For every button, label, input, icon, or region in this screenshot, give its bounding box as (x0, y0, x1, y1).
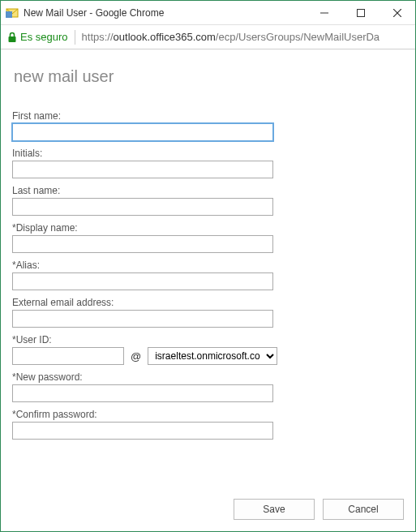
new-password-input[interactable] (12, 384, 273, 402)
user-id-label: *User ID: (12, 334, 404, 345)
svg-rect-1 (6, 11, 12, 18)
address-bar: Es seguro https://outlook.office365.com/… (1, 25, 415, 49)
minimize-button[interactable] (306, 1, 342, 24)
maximize-button[interactable] (342, 1, 379, 24)
at-symbol: @ (131, 350, 141, 363)
alias-input[interactable] (12, 272, 273, 290)
window-title: New Mail User - Google Chrome (24, 7, 306, 19)
display-name-input[interactable] (12, 235, 273, 253)
lock-icon (7, 32, 17, 43)
url-domain: outlook.office365.com (114, 31, 216, 43)
mail-app-icon (6, 6, 19, 19)
domain-select[interactable]: israeltest.onmicrosoft.co (148, 347, 277, 365)
last-name-input[interactable] (12, 198, 273, 216)
page-content: new mail user First name: Initials: Last… (1, 49, 415, 531)
window-controls (306, 1, 415, 24)
confirm-password-label: *Confirm password: (12, 409, 404, 420)
close-button[interactable] (379, 1, 415, 24)
address-divider (75, 30, 75, 45)
display-name-label: *Display name: (12, 222, 404, 234)
external-email-label: External email address: (12, 297, 404, 308)
svg-rect-3 (357, 9, 364, 16)
url-prefix: https:// (82, 31, 114, 43)
button-row: Save Cancel (234, 499, 404, 520)
initials-input[interactable] (12, 161, 273, 178)
chrome-window: New Mail User - Google Chrome Es seguro … (0, 0, 416, 532)
cancel-button[interactable]: Cancel (323, 499, 404, 520)
initials-label: Initials: (12, 148, 404, 159)
url-path: /ecp/UsersGroups/NewMailUserDa (216, 31, 380, 43)
titlebar: New Mail User - Google Chrome (1, 1, 415, 25)
external-email-input[interactable] (12, 310, 273, 328)
save-button[interactable]: Save (234, 499, 315, 520)
page-title: new mail user (14, 67, 404, 86)
user-id-input[interactable] (12, 347, 124, 365)
first-name-input[interactable] (12, 123, 273, 141)
first-name-label: First name: (12, 110, 404, 122)
last-name-label: Last name: (12, 185, 404, 196)
new-password-label: *New password: (12, 371, 404, 383)
secure-label: Es seguro (20, 31, 68, 43)
confirm-password-input[interactable] (12, 422, 273, 440)
url-display[interactable]: https://outlook.office365.com/ecp/UsersG… (82, 31, 380, 43)
alias-label: *Alias: (12, 260, 404, 271)
svg-rect-6 (9, 36, 16, 42)
